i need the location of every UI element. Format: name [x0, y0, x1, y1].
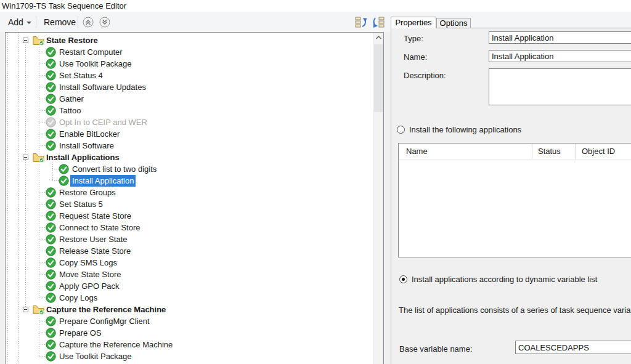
chevron-up-icon [373, 33, 384, 43]
tree-item-install-applications[interactable]: Install Applications [6, 152, 373, 163]
dynamic-variable-note: The list of applications consists of a s… [399, 305, 631, 315]
tree-item-move-state-store[interactable]: Move State Store [6, 269, 373, 280]
install-following-apps-radio[interactable] [397, 126, 405, 134]
tree-item-set-status-5[interactable]: Set Status 5 [6, 198, 373, 210]
success-check-icon [46, 70, 56, 81]
tree-item-label: Install Software Updates [59, 81, 146, 93]
tree-connector [39, 145, 46, 146]
tree-item-label: Install Software [59, 140, 114, 152]
tree-connector [39, 262, 46, 263]
tree-item-restore-groups[interactable]: Restore Groups [6, 187, 373, 198]
success-check-icon [46, 211, 56, 221]
description-field[interactable] [489, 68, 631, 105]
column-header-status[interactable]: Status [532, 144, 576, 159]
chevron-down-icon [26, 22, 31, 24]
task-sequence-editor-window: Win1709-TS Task Sequence Editor Add Remo… [0, 0, 631, 364]
tree-item-install-application[interactable]: Install Application [6, 175, 373, 187]
tree-item-set-status-4[interactable]: Set Status 4 [6, 70, 373, 81]
tree-item-use-toolkit-package[interactable]: Use Toolkit Package [6, 350, 373, 362]
tree-item-label: Prepare OS [59, 327, 102, 339]
tree-item-label: Copy SMS Logs [59, 257, 117, 269]
tree-expander-collapse-icon[interactable] [23, 155, 28, 160]
tree-item-use-toolkit-package[interactable]: Use Toolkit Package [6, 58, 373, 70]
column-header-object-id[interactable]: Object ID [576, 144, 631, 159]
tree-item-prepare-configmgr-client[interactable]: Prepare ConfigMgr Client [6, 315, 373, 327]
tree-item-connect-to-state-store[interactable]: Connect to State Store [6, 222, 373, 233]
tree-item-copy-logs[interactable]: Copy Logs [6, 292, 373, 304]
tree-item-capture-the-reference-machine[interactable]: Capture the Reference Machine [6, 304, 373, 315]
reorder-list-button[interactable] [370, 16, 385, 28]
tree-item-label: Request State Store [59, 210, 131, 222]
success-check-icon [46, 339, 56, 350]
scrollbar-thumb[interactable] [374, 44, 383, 112]
tree-expander-collapse-icon[interactable] [23, 38, 28, 43]
install-dynamic-list-radio[interactable] [399, 275, 407, 283]
renumber-list-icon [354, 16, 369, 28]
remove-button[interactable]: Remove [39, 15, 80, 29]
success-check-icon [46, 94, 56, 104]
tree-item-label: Set Status 4 [59, 70, 103, 81]
tree-item-copy-sms-logs[interactable]: Copy SMS Logs [6, 257, 373, 269]
tree-item-tattoo[interactable]: Tattoo [6, 105, 373, 116]
tree-item-apply-gpo-pack[interactable]: Apply GPO Pack [6, 280, 373, 292]
tree-item-label: Convert list to two digits [72, 163, 157, 175]
tree-scrollbar[interactable] [373, 33, 383, 364]
name-label: Name: [404, 52, 427, 62]
tree-item-convert-list-to-two-digits[interactable]: Convert list to two digits [6, 163, 373, 175]
tree-item-restore-user-state[interactable]: Restore User State [6, 233, 373, 245]
tree-connector [39, 192, 46, 193]
tree-item-enable-bitlocker[interactable]: Enable BitLocker [6, 128, 373, 140]
type-field[interactable] [489, 31, 631, 44]
tree-connector [39, 122, 46, 123]
tree-item-label: Restart Computer [59, 46, 123, 58]
tree-connector [39, 251, 46, 251]
tree-item-install-software[interactable]: Install Software [6, 140, 373, 152]
tree-connector [39, 297, 46, 298]
renumber-list-button[interactable] [354, 16, 369, 28]
tree-connector [39, 110, 46, 111]
tree-item-label: Capture the Reference Machine [46, 304, 166, 315]
tab-options[interactable]: Options [436, 18, 471, 28]
name-field[interactable] [489, 50, 631, 62]
tree-item-state-restore[interactable]: State Restore [6, 34, 373, 46]
tree-expander-collapse-icon[interactable] [23, 307, 28, 312]
scrollbar-up-button[interactable] [373, 33, 384, 43]
tree-item-label: Install Applications [46, 152, 120, 163]
tree-connector [39, 239, 46, 240]
tree-item-request-state-store[interactable]: Request State Store [6, 210, 373, 222]
success-check-icon [46, 293, 56, 303]
tab-properties[interactable]: Properties [391, 17, 436, 28]
task-sequence-tree: State RestoreRestart ComputerUse Toolkit… [5, 32, 384, 364]
tree-item-opt-in-to-ceip-and-wer[interactable]: Opt In to CEIP and WER [6, 116, 373, 128]
base-variable-field[interactable] [515, 341, 631, 354]
tree-item-restart-computer[interactable]: Restart Computer [6, 46, 373, 58]
tree-connector [52, 180, 59, 181]
success-check-icon [46, 234, 56, 245]
tree-connector [39, 227, 46, 228]
success-check-icon [46, 246, 56, 256]
column-header-name[interactable]: Name [399, 144, 532, 159]
type-label: Type: [404, 34, 423, 43]
tree-item-install-software-updates[interactable]: Install Software Updates [6, 81, 373, 93]
success-check-icon [46, 140, 56, 151]
tree-connector [39, 321, 46, 322]
toolbar-separator [36, 16, 36, 28]
base-variable-label: Base variable name: [399, 344, 473, 354]
add-button[interactable]: Add [4, 15, 36, 29]
tree-item-label: Use Toolkit Package [59, 350, 132, 362]
tree-item-label: Enable BitLocker [59, 128, 120, 140]
toolbar-separator [78, 16, 78, 28]
tree-item-label: Tattoo [59, 105, 81, 116]
tree-item-prepare-os[interactable]: Prepare OS [6, 327, 373, 339]
success-check-icon [46, 105, 56, 116]
move-down-button[interactable] [99, 17, 110, 28]
tree-item-label: Set Status 5 [59, 198, 103, 210]
tree-item-capture-the-reference-machine[interactable]: Capture the Reference Machine [6, 339, 373, 350]
move-up-button[interactable] [83, 17, 94, 28]
success-check-icon [46, 47, 56, 57]
tree-connector [39, 75, 46, 76]
tree-item-gather[interactable]: Gather [6, 93, 373, 105]
tree-rows: State RestoreRestart ComputerUse Toolkit… [6, 33, 373, 364]
remove-button-label: Remove [44, 17, 76, 27]
tree-item-release-state-store[interactable]: Release State Store [6, 245, 373, 257]
